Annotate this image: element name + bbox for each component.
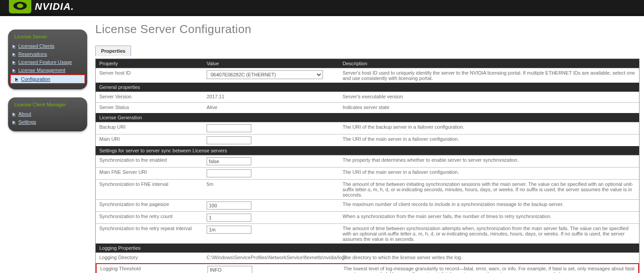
prop-value: 2017.11 [203,92,339,101]
sidebar-item-licensed-clients[interactable]: ▶Licensed Clients [8,42,87,50]
chevron-right-icon: ▶ [13,44,16,48]
prop-desc: When a synchronization from the main ser… [339,212,639,221]
prop-desc: The URI of the backup server in a failov… [339,122,639,131]
chevron-right-icon: ▶ [13,68,16,72]
row-server-status: Server Status Alive Indicates server sta… [96,102,639,113]
sidebar-item-settings[interactable]: ▶Settings [8,118,87,126]
prop-desc: The amount of time between synchronizati… [339,224,639,244]
sidebar-item-label: Configuration [21,76,50,82]
row-backup-uri: Backup URI The URI of the backup server … [96,122,639,134]
prop-desc: The property that determines whether to … [339,155,639,164]
sidebar-title: License Client Manager [8,100,87,110]
row-sync-retry-interval: Synchronization to fne retry repeat inte… [96,223,639,244]
row-sync-interval: Synchronization to FNE interval 5m The a… [96,179,639,199]
row-logging-directory: Logging Directory C:\Windows\ServiceProf… [96,252,639,263]
prop-value: 5m [203,180,339,189]
prop-label: Logging Directory [96,253,203,262]
prop-label: Main URI [96,134,203,143]
prop-desc: Server's executable version [339,92,639,101]
sidebar-item-label: License Management [18,67,65,73]
col-header-description: Description [339,59,639,68]
prop-label: Server Status [96,103,203,112]
row-sync-pagesize: Synchronization to fne pagesize The maxi… [96,199,639,211]
sidebar-title: License Server [8,32,87,42]
sync-enabled-input[interactable] [207,157,251,165]
backup-uri-input[interactable] [207,124,251,132]
prop-label: Synchronization to fne enabled [96,155,203,164]
prop-value: C:\Windows\ServiceProfiles\NetworkServic… [203,253,339,262]
sidebar-item-label: Licensed Clients [18,43,55,49]
row-sync-enabled: Synchronization to fne enabled The prope… [96,155,639,167]
top-header: NVIDIA. [0,0,644,13]
chevron-right-icon: ▶ [13,60,16,64]
row-main-fne-uri: Main FNE Server URI The URI of the main … [96,167,639,179]
server-host-id-select[interactable]: 06407E06282C (ETHERNET) [207,70,323,79]
sync-pagesize-input[interactable] [207,202,251,210]
chevron-right-icon: ▶ [13,112,16,116]
sidebar: License Server ▶Licensed Clients ▶Reserv… [0,16,87,273]
prop-desc: The directory to which the license serve… [339,253,639,262]
sidebar-item-configuration[interactable]: ▶Configuration [10,74,85,84]
sidebar-item-licensed-feature-usage[interactable]: ▶Licensed Feature Usage [8,58,87,66]
sidebar-item-reservations[interactable]: ▶Reservations [8,50,87,58]
chevron-right-icon: ▶ [15,77,18,81]
prop-label: Main FNE Server URI [96,168,203,176]
section-sync-settings: Settings for server to server sync betwe… [96,146,639,155]
grid-header-row: Property Value Description [96,59,639,68]
prop-desc: The lowest level of log-message granular… [340,264,638,273]
sidebar-panel-client-manager: License Client Manager ▶About ▶Settings [8,97,87,131]
sidebar-item-label: Licensed Feature Usage [18,59,72,65]
main-content: License Server Configuration Properties … [87,16,644,273]
row-sync-retry-count: Synchronization to fne retry count When … [96,211,639,223]
sidebar-item-label: About [18,111,31,117]
prop-label: Synchronization to fne retry count [96,212,203,221]
brand-text: NVIDIA. [35,1,74,13]
section-general-properties: General properties [96,83,639,92]
section-logging-properties: Logging Properties [96,244,639,252]
sidebar-item-license-management[interactable]: ▶License Management [8,66,87,74]
sidebar-panel-license-server: License Server ▶Licensed Clients ▶Reserv… [8,29,87,89]
sidebar-item-label: Settings [18,119,36,125]
section-license-generation: License Generation [96,113,639,122]
page-title: License Server Configuration [95,22,640,36]
logging-threshold-input[interactable] [208,266,252,273]
chevron-right-icon: ▶ [13,120,16,124]
tab-properties[interactable]: Properties [95,46,131,56]
row-main-uri: Main URI The URI of the main server in a… [96,134,639,146]
row-server-version: Server Version 2017.11 Server's executab… [96,92,639,102]
row-logging-threshold: Logging Threshold The lowest level of lo… [96,263,639,273]
prop-value: Alive [203,103,339,112]
sidebar-item-label: Reservations [18,51,47,57]
sidebar-item-about[interactable]: ▶About [8,110,87,118]
prop-desc: Server's host ID used to uniquely identi… [339,68,639,83]
prop-label: Backup URI [96,122,203,131]
prop-label: Synchronization to fne retry repeat inte… [96,224,203,233]
col-header-value: Value [203,59,339,68]
sync-retry-input[interactable] [207,214,251,222]
prop-desc: The maximum number of client records to … [339,200,639,209]
row-server-host-id: Server host ID 06407E06282C (ETHERNET) S… [96,68,639,83]
prop-label: Server host ID [96,68,203,77]
prop-desc: The URI of the main server in a failover… [339,168,639,176]
main-uri-input[interactable] [207,136,251,144]
sync-retry-interval-input[interactable] [207,226,251,234]
tabs: Properties [95,45,640,56]
prop-label: Synchronization to FNE interval [96,180,203,189]
main-fne-uri-input[interactable] [207,169,251,177]
chevron-right-icon: ▶ [13,52,16,56]
prop-desc: Indicates server state [339,103,639,112]
prop-desc: The amount of time between initiating sy… [339,180,639,199]
prop-desc: The URI of the main server in a failover… [339,134,639,143]
prop-label: Synchronization to fne pagesize [96,200,203,209]
brand-logo: NVIDIA. [9,0,74,13]
col-header-property: Property [96,59,203,68]
prop-label: Logging Threshold [97,264,204,273]
properties-grid: Property Value Description Server host I… [95,59,640,273]
nvidia-eye-icon [9,0,31,13]
prop-label: Server Version [96,92,203,101]
